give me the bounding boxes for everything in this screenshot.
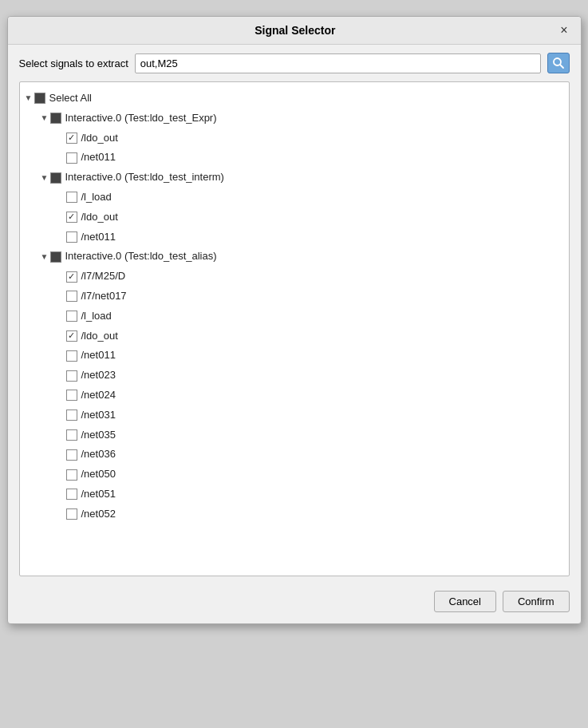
root-label: Select All xyxy=(49,90,92,107)
dialog-title: Signal Selector xyxy=(34,24,558,37)
list-item: ▼ /l7/M25/D xyxy=(25,267,564,287)
checkbox-g3-item9[interactable] xyxy=(66,429,77,441)
list-item: ▼ /ldo_out xyxy=(25,326,564,346)
list-item: ▼ /l7/net017 xyxy=(25,287,564,307)
checkbox-g2[interactable] xyxy=(50,172,61,184)
group-2: ▼ Interactive.0 (Test:ldo_test_interm) xyxy=(25,168,564,188)
item-label: /net011 xyxy=(81,149,116,166)
tree-root: ▼ Select All xyxy=(25,89,564,109)
checkbox-g2-item1[interactable] xyxy=(66,192,77,203)
group-2-label: Interactive.0 (Test:ldo_test_interm) xyxy=(65,169,224,186)
tree-container[interactable]: ▼ Select All ▼ Interactive.0 (Test:ldo_t… xyxy=(19,81,570,576)
search-icon xyxy=(552,57,565,69)
close-button[interactable]: × xyxy=(557,23,570,38)
item-label: /net052 xyxy=(81,506,116,523)
checkbox-g2-item3[interactable] xyxy=(66,231,77,243)
list-item: ▼ /net031 xyxy=(25,406,564,425)
list-item: ▼ /net011 xyxy=(25,148,564,168)
list-item: ▼ /ldo_out xyxy=(25,208,564,228)
list-item: ▼ /net011 xyxy=(25,228,564,247)
expand-arrow-g1[interactable]: ▼ xyxy=(41,112,50,125)
item-label: /net031 xyxy=(81,407,116,424)
item-label: /l_load xyxy=(81,189,112,206)
search-label: Select signals to extract xyxy=(19,57,128,69)
search-button[interactable] xyxy=(547,53,570,73)
title-bar: Signal Selector × xyxy=(8,17,581,45)
checkbox-g3-item3[interactable] xyxy=(66,311,77,322)
checkbox-g1-item1[interactable] xyxy=(66,133,77,144)
item-label: /net035 xyxy=(81,427,116,444)
group-1-label: Interactive.0 (Test:ldo_test_Expr) xyxy=(65,110,217,127)
confirm-button[interactable]: Confirm xyxy=(503,591,570,612)
checkbox-g3-item5[interactable] xyxy=(66,350,77,362)
item-label: /net023 xyxy=(81,367,116,384)
item-label: /net011 xyxy=(81,347,116,364)
item-label: /l_load xyxy=(81,308,112,325)
expand-arrow-g2[interactable]: ▼ xyxy=(41,172,50,184)
group-3: ▼ Interactive.0 (Test:ldo_test_alias) xyxy=(25,247,564,267)
item-label: /l7/M25/D xyxy=(81,268,126,285)
checkbox-g3-item6[interactable] xyxy=(66,370,77,382)
checkbox-g3-item4[interactable] xyxy=(66,330,77,342)
footer-row: Cancel Confirm xyxy=(8,584,581,623)
checkbox-g3-item10[interactable] xyxy=(66,449,77,461)
expand-arrow-root[interactable]: ▼ xyxy=(25,92,34,105)
expand-arrow-g3[interactable]: ▼ xyxy=(41,251,50,263)
list-item: ▼ /net023 xyxy=(25,366,564,386)
list-item: ▼ /net050 xyxy=(25,465,564,485)
checkbox-g1-item2[interactable] xyxy=(66,152,77,164)
item-label: /net050 xyxy=(81,466,116,483)
checkbox-g3-item8[interactable] xyxy=(66,410,77,421)
checkbox-g3-item12[interactable] xyxy=(66,489,77,500)
list-item: ▼ /ldo_out xyxy=(25,129,564,148)
checkbox-g1[interactable] xyxy=(50,113,61,124)
svg-line-1 xyxy=(560,65,563,68)
checkbox-root[interactable] xyxy=(34,93,45,104)
item-label: /ldo_out xyxy=(81,328,118,345)
cancel-button[interactable]: Cancel xyxy=(434,591,496,612)
list-item: ▼ /net051 xyxy=(25,485,564,504)
item-label: /net011 xyxy=(81,229,116,246)
list-item: ▼ /net024 xyxy=(25,386,564,406)
list-item: ▼ /net036 xyxy=(25,445,564,465)
item-label: /l7/net017 xyxy=(81,288,127,305)
checkbox-g3-item2[interactable] xyxy=(66,291,77,302)
checkbox-g3-item13[interactable] xyxy=(66,508,77,520)
checkbox-g3-item11[interactable] xyxy=(66,469,77,481)
list-item: ▼ /net035 xyxy=(25,425,564,445)
list-item: ▼ /l_load xyxy=(25,307,564,326)
item-label: /net051 xyxy=(81,486,116,503)
signal-selector-dialog: Signal Selector × Select signals to extr… xyxy=(7,16,582,624)
item-label: /net036 xyxy=(81,446,116,463)
item-label: /net024 xyxy=(81,387,116,404)
checkbox-g3-item1[interactable] xyxy=(66,271,77,283)
group-3-label: Interactive.0 (Test:ldo_test_alias) xyxy=(65,248,217,265)
search-row: Select signals to extract xyxy=(8,45,581,81)
list-item: ▼ /l_load xyxy=(25,188,564,208)
item-label: /ldo_out xyxy=(81,209,118,226)
checkbox-g3[interactable] xyxy=(50,251,61,263)
group-1: ▼ Interactive.0 (Test:ldo_test_Expr) xyxy=(25,109,564,129)
list-item: ▼ /net052 xyxy=(25,504,564,524)
checkbox-g3-item7[interactable] xyxy=(66,390,77,401)
item-label: /ldo_out xyxy=(81,130,118,147)
list-item: ▼ /net011 xyxy=(25,346,564,366)
search-input[interactable] xyxy=(135,53,541,73)
checkbox-g2-item2[interactable] xyxy=(66,212,77,223)
